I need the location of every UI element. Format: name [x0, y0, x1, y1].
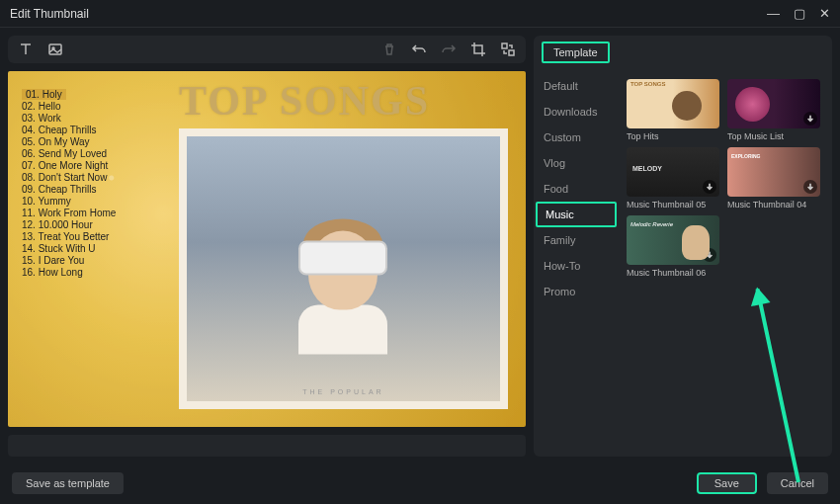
download-icon[interactable]: [803, 180, 817, 194]
thumbnail-preview-image[interactable]: [727, 79, 820, 128]
track-item: 07. One More Night: [22, 160, 165, 171]
thumbnail-label: Music Thumbnail 04: [727, 200, 820, 210]
track-item: 16. How Long: [22, 267, 165, 278]
titlebar: Edit Thumbnail — ▢ ✕: [0, 0, 840, 28]
track-item: 03. Work: [22, 113, 165, 124]
download-icon[interactable]: [703, 248, 716, 262]
thumbnail-preview-image[interactable]: [627, 215, 719, 265]
thumbnail-preview-image[interactable]: [627, 79, 719, 128]
content: 01. Holy 02. Hello 03. Work 04. Cheap Th…: [0, 28, 840, 464]
track-item: 10. Yummy: [22, 196, 165, 207]
thumbnail-item: Top Hits: [627, 79, 719, 141]
timeline-bar[interactable]: [8, 435, 526, 457]
footer-caption: THE POPULAR: [302, 388, 383, 395]
thumbnail-preview[interactable]: 01. Holy 02. Hello 03. Work 04. Cheap Th…: [8, 71, 526, 427]
track-item: 09. Cheap Thrills: [22, 184, 165, 195]
undo-icon[interactable]: [411, 42, 427, 57]
footer: Save as template Save Cancel: [0, 464, 840, 504]
preview-right: TOP SONGS THE POPULAR: [179, 71, 526, 427]
thumbnail-preview-image[interactable]: [727, 147, 820, 197]
panel-tabs: Template: [534, 36, 832, 69]
svg-rect-0: [49, 44, 61, 54]
track-item: 04. Cheap Thrills: [22, 125, 165, 135]
svg-rect-3: [509, 50, 514, 55]
track-item: 02. Hello: [22, 101, 165, 112]
category-default[interactable]: Default: [534, 73, 619, 99]
download-icon[interactable]: [703, 180, 716, 194]
thumbnail-label: Music Thumbnail 06: [627, 268, 719, 278]
window-title: Edit Thumbnail: [10, 7, 89, 21]
thumbnail-label: Top Hits: [627, 131, 719, 141]
template-panel: Template Default Downloads Custom Vlog F…: [534, 28, 840, 464]
track-item: 06. Send My Loved: [22, 148, 165, 159]
tab-template[interactable]: Template: [542, 42, 610, 63]
category-howto[interactable]: How-To: [534, 253, 619, 279]
preview-photo: THE POPULAR: [179, 128, 508, 409]
save-button[interactable]: Save: [697, 472, 757, 494]
category-food[interactable]: Food: [534, 176, 619, 202]
svg-rect-2: [502, 43, 507, 48]
category-promo[interactable]: Promo: [534, 279, 619, 304]
track-item: 13. Treat You Better: [22, 231, 165, 242]
cancel-button[interactable]: Cancel: [767, 472, 828, 494]
track-item: 01. Holy: [22, 89, 66, 100]
category-music[interactable]: Music: [536, 202, 617, 227]
track-item: 15. I Dare You: [22, 255, 165, 266]
track-list: 01. Holy 02. Hello 03. Work 04. Cheap Th…: [8, 71, 179, 427]
close-icon[interactable]: ✕: [819, 6, 830, 21]
track-item: 05. On My Way: [22, 136, 165, 147]
category-downloads[interactable]: Downloads: [534, 99, 619, 125]
delete-icon[interactable]: [381, 42, 397, 57]
minimize-icon[interactable]: —: [767, 6, 780, 21]
thumbnail-preview-image[interactable]: [627, 147, 719, 197]
category-custom[interactable]: Custom: [534, 125, 619, 150]
thumbnail-item: Top Music List: [727, 79, 820, 141]
thumbnail-label: Music Thumbnail 05: [627, 200, 719, 210]
track-item: 14. Stuck With U: [22, 243, 165, 254]
download-icon[interactable]: [803, 112, 817, 126]
editor-toolbar: [8, 36, 526, 63]
image-tool-icon[interactable]: [47, 42, 63, 57]
transform-icon[interactable]: [500, 42, 516, 57]
maximize-icon[interactable]: ▢: [794, 6, 805, 21]
category-family[interactable]: Family: [534, 227, 619, 253]
text-tool-icon[interactable]: [18, 42, 34, 57]
crop-icon[interactable]: [470, 42, 486, 57]
thumbnail-item: Music Thumbnail 04: [727, 147, 820, 210]
category-list: Default Downloads Custom Vlog Food Music…: [534, 69, 619, 457]
redo-icon[interactable]: [441, 42, 457, 57]
track-item: 12. 10.000 Hour: [22, 219, 165, 230]
track-item: 11. Work From Home: [22, 208, 165, 218]
window-controls: — ▢ ✕: [767, 6, 830, 21]
thumbnail-grid: Top Hits Top Music List Music Thumbnail …: [619, 69, 832, 457]
thumbnail-item: Music Thumbnail 05: [627, 147, 719, 210]
category-vlog[interactable]: Vlog: [534, 150, 619, 176]
thumbnail-item: Music Thumbnail 06: [627, 215, 719, 278]
track-item: 08. Don't Start Now: [22, 172, 165, 183]
headline-text: TOP SONGS: [179, 77, 526, 125]
save-as-template-button[interactable]: Save as template: [12, 472, 124, 494]
editor-column: 01. Holy 02. Hello 03. Work 04. Cheap Th…: [0, 28, 534, 464]
thumbnail-label: Top Music List: [727, 131, 820, 141]
